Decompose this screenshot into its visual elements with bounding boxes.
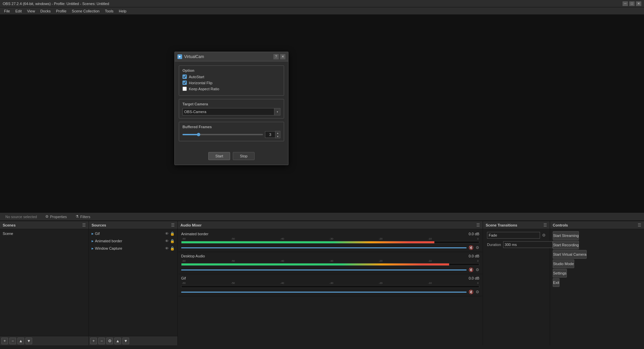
camera-icon: ▶ [177,54,182,59]
audio-track-1-mute[interactable]: 🔇 [469,245,474,250]
menu-profile[interactable]: Profile [53,8,69,14]
audio-tracks-list: Animated border 0.0 dB -60-50 -40-30 -20… [178,229,483,345]
camera-dropdown-arrow[interactable]: ▾ [274,108,280,115]
panels-layout: Scenes ☰ Scene + − ▲ ▼ Sources ☰ [0,221,644,345]
filters-tab[interactable]: ⚗ Filters [72,213,93,220]
settings-button[interactable]: Settings [553,269,567,278]
sources-list: ▶ Gif 👁 🔒 ▶ Animated border 👁 🔒 ▶ Window… [89,229,177,336]
menu-tools[interactable]: Tools [102,8,116,14]
menu-docks[interactable]: Docks [38,8,53,14]
dialog-title-buttons: ? ✕ [273,54,285,59]
source-settings-button[interactable]: ⚙ [106,338,113,344]
audio-panel-icon[interactable]: ☰ [476,223,480,228]
source-item-animated-border[interactable]: ▶ Animated border 👁 🔒 [90,237,177,245]
menu-help[interactable]: Help [116,8,129,14]
menu-scene-collection[interactable]: Scene Collection [69,8,102,14]
sources-panel-icon[interactable]: ☰ [171,223,175,228]
source-lock-window[interactable]: 🔒 [170,246,175,251]
dialog-help-button[interactable]: ? [273,54,279,59]
source-up-button[interactable]: ▲ [114,338,121,344]
sources-panel-title: Sources [92,223,106,227]
maximize-button[interactable]: □ [629,1,635,6]
source-eye-window[interactable]: 👁 [165,246,169,250]
scenes-panel-icon[interactable]: ☰ [82,223,86,228]
start-button[interactable]: Start [208,152,230,160]
duration-label: Duration [487,243,501,247]
audio-track-1-settings[interactable]: ⚙ [476,245,479,250]
audio-track-2-fader[interactable] [181,269,467,270]
source-item-window-capture[interactable]: ▶ Window Capture 👁 🔒 [90,245,177,252]
spinner-down[interactable]: ▼ [275,135,280,138]
properties-icon: ⚙ [45,214,49,219]
keep-aspect-row: Keep Aspect Ratio [182,87,280,91]
controls-panel: Controls ☰ Start Streaming Start Recordi… [550,221,644,345]
studio-mode-button[interactable]: Studio Mode [553,259,574,268]
source-remove-button[interactable]: − [98,338,105,344]
source-down-button[interactable]: ▼ [122,338,129,344]
autostart-checkbox[interactable] [182,74,187,79]
duration-input[interactable] [503,241,553,248]
scene-add-button[interactable]: + [1,338,8,344]
source-eye-gif[interactable]: 👁 [165,232,169,236]
fade-settings-icon[interactable]: ⚙ [542,233,546,238]
filters-icon: ⚗ [75,214,79,219]
source-lock-animated[interactable]: 🔒 [170,239,175,243]
source-play-window: ▶ [92,247,94,250]
title-bar-controls: ─ □ ✕ [623,1,641,6]
keep-aspect-checkbox[interactable] [182,87,187,91]
menu-view[interactable]: View [24,8,38,14]
audio-track-2-name: Desktop Audio [181,254,205,258]
window-close-button[interactable]: ✕ [636,1,641,6]
buffered-frames-input[interactable] [265,131,275,138]
buffered-frames-thumb[interactable] [197,133,200,136]
audio-track-gif: Gif 0.0 dB -60-50 -40-30 -20-10 0 🔇 [178,274,482,296]
source-add-button[interactable]: + [90,338,97,344]
menu-bar: File Edit View Docks Profile Scene Colle… [0,7,644,15]
audio-track-3-fader[interactable] [181,292,467,293]
buffered-frames-fill [182,134,199,135]
dialog-close-button[interactable]: ✕ [280,54,285,59]
audio-track-2-settings[interactable]: ⚙ [476,267,479,272]
horizontal-flip-checkbox[interactable] [182,81,187,85]
scene-item[interactable]: Scene [1,230,88,237]
horizontal-flip-label: Horizontal Flip [189,81,212,85]
source-lock-gif[interactable]: 🔒 [170,232,175,236]
audio-track-3-mute[interactable]: 🔇 [469,290,474,294]
minimize-button[interactable]: ─ [623,1,628,6]
controls-panel-icon[interactable]: ☰ [638,223,641,228]
audio-track-3-settings[interactable]: ⚙ [476,290,479,294]
scenes-panel: Scenes ☰ Scene + − ▲ ▼ [0,221,89,345]
properties-tab[interactable]: ⚙ Properties [42,213,70,220]
menu-file[interactable]: File [1,8,13,14]
spinner-up[interactable]: ▲ [275,131,280,135]
exit-button[interactable]: Exit [553,278,559,287]
start-streaming-button[interactable]: Start Streaming [553,231,579,240]
source-name-gif: Gif [95,232,164,236]
virtualcam-dialog: ▶ VirtualCam ? ✕ Option AutoStart Horizo… [174,52,288,165]
dialog-body: Option AutoStart Horizontal Flip Keep As… [175,61,288,149]
audio-track-3-db: 0.0 dB [469,276,479,280]
stop-button[interactable]: Stop [233,152,255,160]
horizontal-flip-row: Horizontal Flip [182,81,280,85]
audio-track-1-meter [181,241,479,244]
option-section: Option AutoStart Horizontal Flip Keep As… [179,65,284,96]
audio-track-1-fader[interactable] [181,247,467,248]
scene-down-button[interactable]: ▼ [25,338,32,344]
menu-edit[interactable]: Edit [13,8,24,14]
fade-select[interactable]: Fade [487,232,540,239]
scene-up-button[interactable]: ▲ [17,338,24,344]
buffered-frames-track[interactable] [182,134,263,135]
start-virtual-camera-button[interactable]: Start Virtual Camera [553,250,587,259]
camera-dropdown[interactable]: OBS-Camera [182,108,274,115]
scene-remove-button[interactable]: − [9,338,16,344]
audio-track-3-scale: -60-50 -40-30 -20-10 0 [181,282,479,285]
filters-tab-label: Filters [80,215,90,219]
audio-track-2-mute[interactable]: 🔇 [469,267,474,272]
start-recording-button[interactable]: Start Recording [553,241,579,249]
duration-row: Duration ▲ ▼ [484,240,548,249]
audio-track-3-meter [181,285,479,288]
source-eye-animated[interactable]: 👁 [165,239,169,243]
transitions-panel-icon[interactable]: ☰ [543,223,547,228]
autostart-row: AutoStart [182,74,280,79]
source-item-gif[interactable]: ▶ Gif 👁 🔒 [90,230,177,237]
